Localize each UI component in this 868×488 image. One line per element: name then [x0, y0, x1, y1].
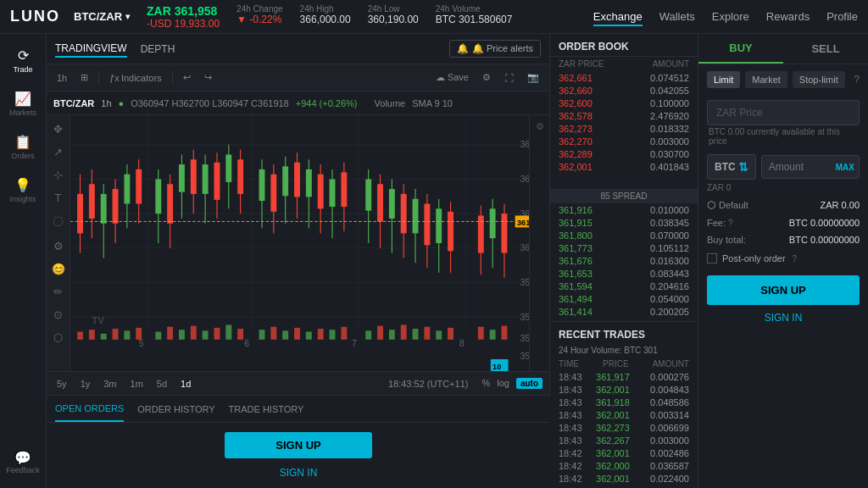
- svg-rect-103: [225, 324, 231, 339]
- ob-ask-row[interactable]: 362,5782.476920: [550, 109, 698, 122]
- cursor-tool[interactable]: ✥: [47, 119, 70, 140]
- svg-rect-112: [341, 327, 347, 340]
- orders-sign-up-button[interactable]: SIGN UP: [225, 432, 371, 458]
- ob-bid-row[interactable]: 361,4140.200205: [550, 305, 698, 318]
- text-tool[interactable]: T: [47, 187, 70, 208]
- pair-selector[interactable]: BTC/ZAR ▾: [74, 10, 130, 23]
- cloud-save-btn[interactable]: ☁ Save: [432, 70, 472, 85]
- percent-btn[interactable]: %: [481, 378, 490, 389]
- nav-wallets[interactable]: Wallets: [659, 7, 695, 26]
- ob-bid-row[interactable]: 361,8000.070000: [550, 229, 698, 241]
- nav-exchange[interactable]: Exchange: [593, 7, 643, 26]
- tab-order-history[interactable]: ORDER HISTORY: [137, 397, 214, 421]
- ob-asks: 362,6610.074512362,6600.042055362,6000.1…: [550, 71, 698, 189]
- sign-up-button[interactable]: SIGN UP: [707, 275, 860, 305]
- pencil-tool[interactable]: ✏: [47, 281, 70, 302]
- screenshot-btn[interactable]: 📷: [524, 70, 542, 85]
- settings-tool[interactable]: ⚙: [47, 236, 70, 257]
- rt-row-price: 361,918: [596, 397, 643, 408]
- order-type-help-icon[interactable]: ?: [854, 74, 860, 86]
- emoji-tool[interactable]: 😊: [47, 258, 70, 280]
- buy-tab[interactable]: BUY: [698, 34, 783, 64]
- sidebar-item-markets[interactable]: 📈 Markets: [0, 84, 46, 124]
- ob-bid-amount: 0.083443: [650, 269, 689, 279]
- ob-bid-row[interactable]: 361,7730.105112: [550, 241, 698, 254]
- shape-tool[interactable]: ⊹: [47, 164, 70, 186]
- time-display: 18:43:52 (UTC+11): [388, 379, 468, 389]
- trendline-tool[interactable]: ↗: [47, 141, 70, 163]
- nav-explore[interactable]: Explore: [712, 7, 749, 26]
- chart-dot: ●: [119, 98, 125, 108]
- ob-ask-row[interactable]: 362,6000.100000: [550, 97, 698, 109]
- rt-row-time: 18:43: [559, 423, 588, 433]
- nav-profile[interactable]: Profile: [826, 7, 858, 26]
- zar-price-input[interactable]: [707, 100, 860, 125]
- auto-btn[interactable]: auto: [516, 378, 542, 389]
- max-button[interactable]: MAX: [836, 163, 854, 172]
- fullscreen-btn[interactable]: ⛶: [501, 71, 517, 85]
- left-sidebar: ⟳ Trade 📈 Markets 📋 Orders 💡 Insights 💬 …: [0, 34, 47, 488]
- more-tools[interactable]: ⬡: [47, 327, 70, 348]
- undo-btn[interactable]: ↩: [180, 70, 194, 85]
- ob-bid-amount: 0.010000: [650, 205, 689, 215]
- sell-tab[interactable]: SELL: [783, 34, 868, 64]
- market-order-btn[interactable]: Market: [745, 71, 787, 88]
- order-book-header: ZAR PRICE AMOUNT: [550, 57, 698, 71]
- chart-settings-icon[interactable]: ⚙: [533, 119, 547, 135]
- rt-row-amount: 0.006699: [650, 423, 689, 433]
- rt-row-amount: 0.003314: [650, 410, 689, 420]
- nav-rewards[interactable]: Rewards: [766, 7, 810, 26]
- interval-icon-btn[interactable]: ⊞: [77, 70, 92, 85]
- tf-1d[interactable]: 1d: [177, 378, 194, 390]
- price-alerts-button[interactable]: 🔔 🔔 Price alerts: [449, 40, 541, 58]
- measure-tool[interactable]: ⊙: [47, 304, 70, 325]
- tf-1y[interactable]: 1y: [77, 378, 94, 390]
- tab-depth[interactable]: DEPTH: [141, 42, 175, 57]
- ob-ask-row[interactable]: 362,6600.042055: [550, 84, 698, 97]
- fee-help-icon[interactable]: ?: [728, 219, 733, 228]
- svg-rect-55: [282, 166, 288, 196]
- tab-open-orders[interactable]: OPEN ORDERS: [55, 396, 124, 422]
- log-btn[interactable]: log: [497, 378, 509, 389]
- svg-text:6: 6: [244, 339, 249, 348]
- svg-rect-93: [101, 334, 107, 340]
- tf-3m[interactable]: 3m: [100, 378, 120, 390]
- indicators-btn[interactable]: ƒx Indicators: [106, 71, 164, 85]
- rt-row-price: 362,001: [596, 474, 643, 484]
- ob-ask-row[interactable]: 362,2700.003000: [550, 135, 698, 147]
- post-only-checkbox[interactable]: [707, 253, 717, 263]
- tf-5d[interactable]: 5d: [153, 378, 170, 390]
- redo-btn[interactable]: ↪: [201, 70, 215, 85]
- ob-ask-row[interactable]: 362,6610.074512: [550, 71, 698, 84]
- ob-ask-row[interactable]: 362,0010.401843: [550, 160, 698, 173]
- ob-ask-row[interactable]: 362,2890.030700: [550, 147, 698, 160]
- sidebar-item-orders[interactable]: 📋 Orders: [0, 127, 46, 167]
- ob-bid-row[interactable]: 361,5940.204616: [550, 280, 698, 292]
- ob-bid-amount: 0.016300: [650, 256, 689, 266]
- tab-trade-history[interactable]: TRADE HISTORY: [229, 397, 304, 421]
- stop-limit-order-btn[interactable]: Stop-limit: [793, 71, 845, 88]
- tf-1m[interactable]: 1m: [127, 378, 147, 390]
- ob-bid-row[interactable]: 361,6530.083443: [550, 267, 698, 280]
- sign-in-link[interactable]: SIGN IN: [698, 308, 868, 327]
- sidebar-feedback[interactable]: 💬 Feedback: [0, 443, 47, 481]
- ob-ask-row[interactable]: 362,2730.018332: [550, 122, 698, 135]
- recent-trade-row: 18:42362,0000.036587: [550, 459, 698, 472]
- sidebar-item-trade[interactable]: ⟳ Trade: [0, 41, 46, 80]
- tf-5y[interactable]: 5y: [53, 378, 70, 390]
- post-only-help-icon[interactable]: ?: [793, 254, 798, 263]
- ob-bid-row[interactable]: 361,9150.038345: [550, 216, 698, 229]
- ob-bid-row[interactable]: 361,9160.010000: [550, 203, 698, 216]
- settings-btn[interactable]: ⚙: [479, 70, 494, 85]
- sidebar-item-insights[interactable]: 💡 Insights: [0, 170, 46, 210]
- ob-ask-price: 362,270: [559, 136, 593, 147]
- volume-label: Volume: [375, 98, 406, 108]
- limit-order-btn[interactable]: Limit: [707, 71, 740, 88]
- tab-tradingview[interactable]: TRADINGVIEW: [55, 41, 127, 58]
- svg-rect-27: [101, 194, 107, 224]
- orders-sign-in-link[interactable]: SIGN IN: [280, 467, 318, 479]
- circle-tool[interactable]: 〇: [47, 210, 70, 234]
- timeframe-1h-btn[interactable]: 1h: [53, 71, 70, 85]
- ob-bid-row[interactable]: 361,6760.016300: [550, 254, 698, 267]
- ob-bid-row[interactable]: 361,4940.054000: [550, 292, 698, 305]
